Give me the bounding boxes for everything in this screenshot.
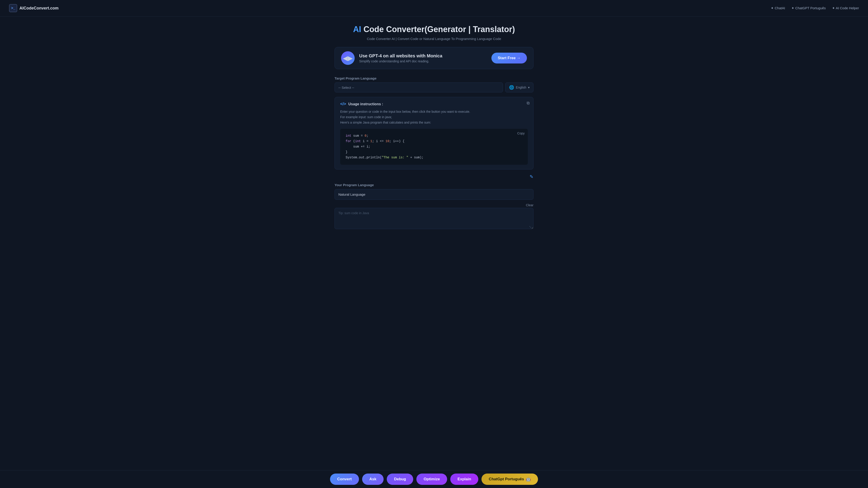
- your-language-select[interactable]: Natural Language Java Python JavaScript …: [335, 189, 533, 200]
- instruction-line-2: For example input: sum code in java;: [340, 115, 528, 120]
- start-free-label: Start Free →: [498, 56, 521, 60]
- instructions-box: </> Usage instructions : ⧉ Enter your qu…: [335, 97, 533, 169]
- code-input[interactable]: [335, 208, 533, 229]
- target-language-section: Target Program Language -- Select -- Pyt…: [335, 76, 533, 92]
- instructions-title: Usage instructions :: [348, 102, 383, 106]
- copy-code-button[interactable]: Copy: [517, 131, 525, 135]
- code-block: Copy int sum = 0; for (int i = 1; i <= 1…: [340, 129, 528, 165]
- language-select-value: English: [516, 86, 526, 89]
- your-language-label: Your Program Language: [335, 183, 533, 187]
- convert-button[interactable]: Convert: [330, 474, 359, 485]
- code-icon: </>: [340, 102, 346, 106]
- chatgpt-emoji: 🤖: [526, 477, 531, 482]
- nav-ai-code-helper[interactable]: ✦ AI Code Helper: [832, 6, 859, 10]
- logo-text: AICodeConvert.com: [20, 6, 59, 11]
- title-ai: AI: [353, 25, 361, 34]
- clear-label: Clear: [526, 203, 533, 207]
- monica-heading: Use GPT-4 on all websites with Monica: [359, 53, 487, 59]
- instruction-line-1: Enter your question or code in the input…: [340, 109, 528, 115]
- logo-icon: >_: [9, 4, 17, 12]
- instruction-line-3: Here's a simple Java program that calcul…: [340, 120, 528, 125]
- copy-icon-button[interactable]: ⧉: [527, 101, 530, 105]
- target-language-label: Target Program Language: [335, 76, 533, 80]
- page-title: AI Code Converter(Generator | Translator…: [335, 25, 533, 34]
- start-free-button[interactable]: Start Free →: [491, 53, 527, 64]
- page-subtitle: Code Converter AI | Convert Code or Natu…: [335, 37, 533, 41]
- input-section: Clear ⤡: [335, 203, 533, 230]
- ask-label: Ask: [369, 477, 376, 481]
- copy-label: Copy: [517, 131, 525, 135]
- monica-subtext: Simplify code understanding and API doc …: [359, 59, 487, 63]
- convert-label: Convert: [337, 477, 352, 481]
- clear-button[interactable]: Clear: [526, 203, 533, 207]
- monica-avatar-icon: ◀▶: [343, 55, 353, 62]
- instructions-header: </> Usage instructions :: [340, 102, 528, 106]
- edit-button[interactable]: ✎: [530, 174, 533, 180]
- chatgpt-portugues-button[interactable]: ChatGpt Português 🤖: [482, 474, 538, 485]
- debug-button[interactable]: Debug: [387, 474, 413, 485]
- copy-box-icon: ⧉: [527, 101, 530, 105]
- your-language-section: Your Program Language Natural Language J…: [335, 183, 533, 200]
- target-language-select[interactable]: -- Select -- Python JavaScript Java C++: [335, 83, 503, 92]
- monica-avatar: ◀▶: [341, 51, 355, 65]
- main-content: AI Code Converter(Generator | Translator…: [330, 17, 538, 254]
- nav-chatgpt-portugues[interactable]: ✦ ChatGPT Português: [792, 6, 826, 10]
- optimize-button[interactable]: Optimize: [416, 474, 447, 485]
- optimize-label: Optimize: [424, 477, 440, 481]
- bottom-toolbar: Convert Ask Debug Optimize Explain ChatG…: [0, 470, 868, 488]
- nav-chatai[interactable]: ✦ ChatAI: [771, 6, 785, 10]
- logo[interactable]: >_ AICodeConvert.com: [9, 4, 59, 12]
- globe-icon: 🌐: [509, 85, 514, 90]
- target-language-row: -- Select -- Python JavaScript Java C++ …: [335, 83, 533, 92]
- edit-icon-area: ✎: [335, 174, 533, 180]
- resize-handle: ⤡: [529, 225, 532, 229]
- instructions-text: Enter your question or code in the input…: [340, 109, 528, 125]
- chevron-down-icon: ▾: [528, 86, 530, 89]
- title-rest: Code Converter(Generator | Translator): [361, 25, 515, 34]
- nav-links: ✦ ChatAI ✦ ChatGPT Português ✦ AI Code H…: [771, 6, 859, 10]
- input-header: Clear: [335, 203, 533, 207]
- code-content: int sum = 0; for (int i = 1; i <= 10; i+…: [346, 133, 522, 160]
- ask-button[interactable]: Ask: [362, 474, 383, 485]
- monica-text: Use GPT-4 on all websites with Monica Si…: [359, 53, 487, 63]
- header: >_ AICodeConvert.com ✦ ChatAI ✦ ChatGPT …: [0, 0, 868, 17]
- chatgpt-label: ChatGpt Português: [489, 477, 524, 482]
- explain-button[interactable]: Explain: [450, 474, 478, 485]
- explain-label: Explain: [458, 477, 471, 481]
- debug-label: Debug: [394, 477, 406, 481]
- monica-banner: ◀▶ Use GPT-4 on all websites with Monica…: [335, 47, 533, 69]
- language-globe-button[interactable]: 🌐 English ▾: [505, 83, 533, 92]
